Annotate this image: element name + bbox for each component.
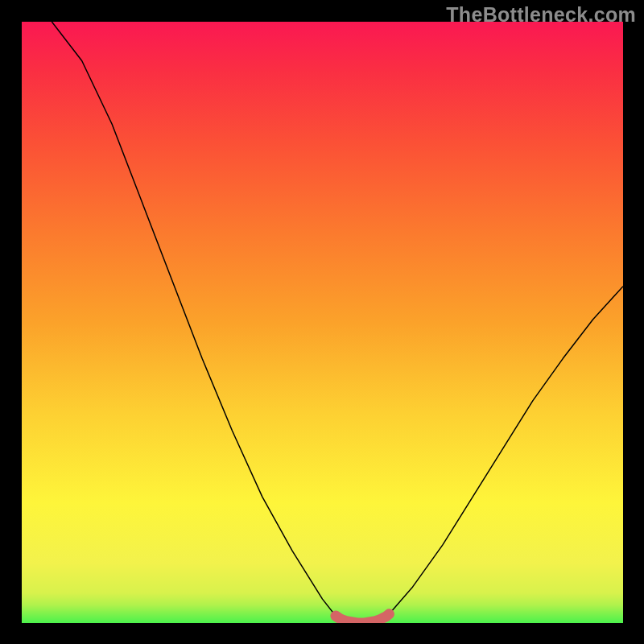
plot-area bbox=[22, 22, 623, 623]
gradient-background bbox=[22, 22, 623, 623]
chart-svg bbox=[22, 22, 623, 623]
chart-frame: TheBottleneck.com bbox=[0, 0, 644, 644]
